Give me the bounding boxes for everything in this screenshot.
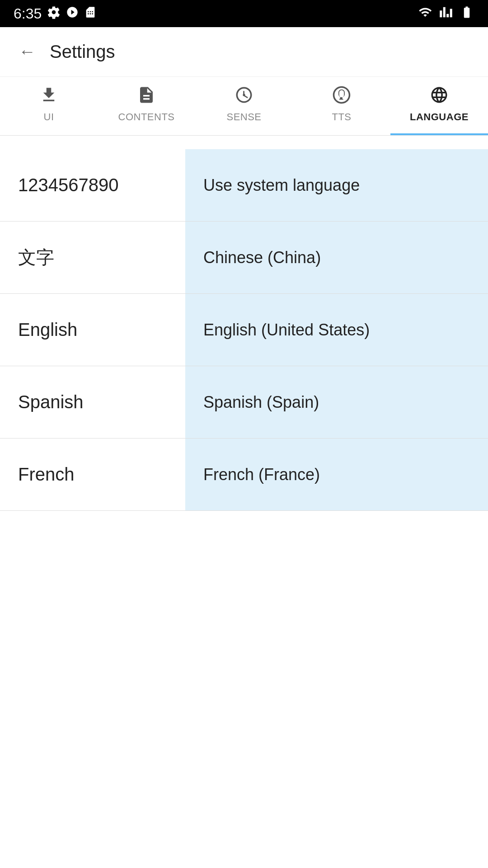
- contents-tab-icon: [137, 85, 156, 108]
- sim-icon: [84, 6, 97, 22]
- header: ← Settings: [0, 27, 488, 77]
- list-item[interactable]: English English (United States): [0, 294, 488, 366]
- language-name-0[interactable]: Use system language: [185, 149, 488, 221]
- language-name-1[interactable]: Chinese (China): [185, 222, 488, 293]
- tab-ui[interactable]: UI: [0, 77, 98, 135]
- language-preview-0: 1234567890: [0, 149, 185, 221]
- language-list: 1234567890 Use system language 文字 Chines…: [0, 149, 488, 511]
- tab-language-label: LANGUAGE: [410, 111, 469, 123]
- list-item[interactable]: French French (France): [0, 439, 488, 511]
- language-preview-4: French: [0, 439, 185, 510]
- tab-sense-label: SENSE: [226, 111, 261, 123]
- language-tab-icon: [430, 85, 449, 108]
- signal-icon: [439, 5, 453, 22]
- list-item[interactable]: 文字 Chinese (China): [0, 222, 488, 294]
- language-name-3[interactable]: Spanish (Spain): [185, 366, 488, 438]
- language-preview-1: 文字: [0, 222, 185, 293]
- status-bar-left: 6:35: [14, 5, 97, 22]
- tts-tab-icon: [332, 85, 351, 108]
- play-icon: [66, 6, 79, 22]
- language-name-4[interactable]: French (France): [185, 439, 488, 510]
- back-arrow-icon: ←: [19, 42, 36, 61]
- language-preview-3: Spanish: [0, 366, 185, 438]
- list-item[interactable]: Spanish Spanish (Spain): [0, 366, 488, 439]
- status-time: 6:35: [14, 5, 42, 22]
- language-name-2[interactable]: English (United States): [185, 294, 488, 366]
- wifi-icon: [418, 5, 433, 22]
- tab-contents-label: CONTENTS: [118, 111, 175, 123]
- tab-tts[interactable]: TTS: [293, 77, 390, 135]
- page-title: Settings: [50, 42, 115, 62]
- list-item[interactable]: 1234567890 Use system language: [0, 149, 488, 222]
- battery-icon: [459, 5, 474, 22]
- tab-language[interactable]: LANGUAGE: [390, 77, 488, 135]
- language-preview-2: English: [0, 294, 185, 366]
- tab-contents[interactable]: CONTENTS: [98, 77, 195, 135]
- gear-icon: [47, 5, 61, 22]
- status-bar: 6:35: [0, 0, 488, 27]
- tab-sense[interactable]: SENSE: [195, 77, 293, 135]
- status-bar-right: [418, 5, 474, 22]
- back-button[interactable]: ←: [14, 38, 41, 66]
- tab-tts-label: TTS: [332, 111, 351, 123]
- tab-bar: UI CONTENTS SENSE TTS: [0, 77, 488, 136]
- tab-ui-label: UI: [44, 111, 54, 123]
- sense-tab-icon: [235, 85, 253, 108]
- ui-tab-icon: [39, 85, 58, 108]
